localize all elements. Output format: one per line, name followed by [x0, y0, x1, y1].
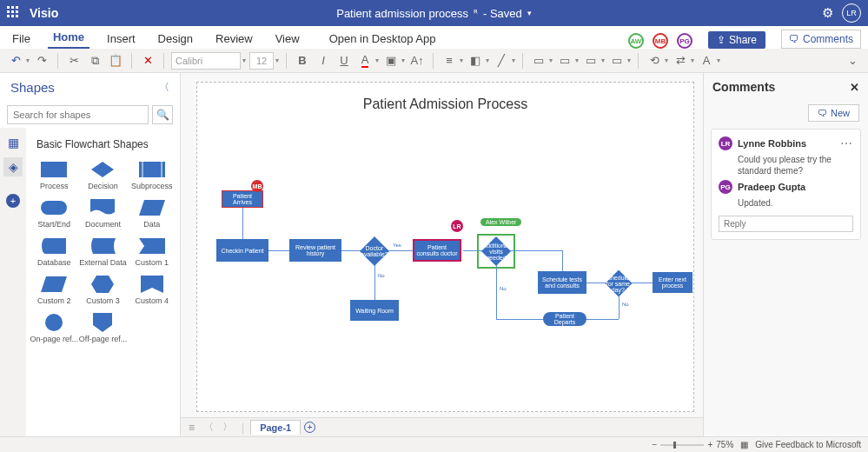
stencil-icon[interactable]: ▦ — [3, 133, 23, 152]
italic-icon[interactable]: I — [315, 52, 332, 70]
node-same-day[interactable]: Scheduled for same day? — [605, 269, 632, 296]
rotate-icon[interactable]: ⟲ — [646, 52, 663, 70]
badge-mb[interactable]: MB — [251, 180, 263, 192]
add-stencil-icon[interactable]: + — [6, 194, 20, 208]
svg-marker-10 — [91, 276, 114, 293]
shapes-grid: Process Decision Subprocess Start/End Do… — [30, 157, 176, 347]
font-select[interactable] — [171, 52, 241, 70]
node-checkin[interactable]: Checkin Patient — [216, 239, 268, 262]
redo-icon[interactable]: ↷ — [33, 52, 50, 70]
line-icon[interactable]: ╱ — [493, 52, 510, 70]
presence-avatar[interactable]: MB — [653, 33, 668, 49]
comment-thread[interactable]: ⋯ LR Lynne Robbins Could you please try … — [711, 129, 861, 240]
bold-icon[interactable]: B — [294, 52, 311, 70]
user-avatar[interactable]: LR — [842, 3, 861, 23]
node-doctor-available[interactable]: Doctor available? — [360, 236, 389, 266]
shape-custom2[interactable]: Custom 2 — [30, 272, 78, 309]
group-icon[interactable]: ▭ — [582, 52, 600, 70]
app-launcher-icon[interactable] — [7, 6, 21, 20]
node-patient-arrives[interactable]: Patient Arrives — [222, 190, 263, 208]
underline-icon[interactable]: U — [335, 52, 353, 70]
presence-avatar[interactable]: PG — [677, 33, 692, 49]
tabs-first-icon[interactable]: ≡ — [186, 422, 197, 434]
align-icon[interactable]: ≡ — [441, 52, 458, 70]
comments-button[interactable]: 🗨Comments — [781, 30, 861, 49]
zoom-slider[interactable] — [660, 444, 704, 446]
text-icon[interactable]: A — [698, 52, 715, 70]
document-title[interactable]: Patient admission process ᴿ - Saved ▾ — [336, 7, 532, 20]
search-button[interactable]: 🔍 — [152, 105, 173, 124]
node-review[interactable]: Review patient history — [289, 239, 341, 262]
shape-custom3[interactable]: Custom 3 — [78, 272, 127, 309]
badge-lr[interactable]: LR — [451, 220, 463, 232]
shape-subprocess[interactable]: Subprocess — [128, 157, 176, 194]
node-consult[interactable]: Patient consults doctor — [413, 239, 461, 262]
shape-decision[interactable]: Decision — [78, 157, 127, 194]
add-page-icon[interactable]: + — [304, 422, 315, 433]
tab-design[interactable]: Design — [153, 29, 198, 49]
undo-icon[interactable]: ↶ — [7, 52, 24, 70]
node-schedule[interactable]: Schedule tests and consults — [538, 271, 586, 294]
drawing-canvas[interactable]: Patient Admission Process Patient Arrive… — [196, 82, 694, 412]
grow-font-icon[interactable]: A↑ — [408, 52, 426, 70]
shape-externaldata[interactable]: External Data — [78, 234, 127, 270]
chevron-down-icon[interactable]: ⌄ — [844, 52, 861, 70]
tab-insert[interactable]: Insert — [102, 29, 141, 49]
tab-review[interactable]: Review — [210, 29, 258, 49]
connector-icon[interactable]: ⇄ — [672, 52, 689, 70]
chevron-down-icon[interactable]: ▾ — [527, 9, 532, 17]
shape-database[interactable]: Database — [30, 234, 78, 270]
node-next-process[interactable]: Enter next process — [653, 272, 692, 293]
shape-document[interactable]: Document — [78, 196, 127, 232]
font-color-icon[interactable]: A — [356, 52, 374, 70]
svg-marker-13 — [93, 313, 112, 332]
shape-process[interactable]: Process — [30, 157, 78, 194]
shape-onpageref[interactable]: On-page ref... — [30, 310, 78, 347]
fit-page-icon[interactable]: ▦ — [740, 440, 748, 449]
reply-input[interactable] — [719, 216, 853, 232]
node-departs[interactable]: Patient Departs — [543, 312, 586, 326]
comments-title: Comments — [712, 80, 775, 94]
shape-data[interactable]: Data — [128, 196, 176, 232]
zoom-out-icon[interactable]: − — [653, 440, 658, 449]
tab-file[interactable]: File — [7, 29, 36, 49]
collapse-icon[interactable]: 〈 — [159, 80, 169, 95]
paste-icon[interactable]: 📋 — [107, 52, 124, 70]
arrange-icon[interactable]: ▭ — [530, 52, 547, 70]
canvas-area[interactable]: Patient Admission Process Patient Arrive… — [181, 73, 703, 436]
gear-icon[interactable]: ⚙ — [822, 5, 833, 21]
tabs-next-icon[interactable]: 〉 — [220, 420, 235, 435]
connector — [268, 250, 289, 251]
stencil-icon[interactable]: ◈ — [3, 157, 23, 176]
page-tab[interactable]: Page-1 — [250, 420, 301, 435]
copy-icon[interactable]: ⧉ — [86, 52, 103, 70]
font-size[interactable] — [249, 52, 274, 70]
comment-icon: 🗨 — [818, 108, 827, 118]
zoom-in-icon[interactable]: + — [707, 440, 712, 449]
tab-home[interactable]: Home — [48, 27, 89, 49]
badge-aw[interactable]: Alex Wilber — [480, 218, 521, 226]
node-waiting[interactable]: Waiting Room — [350, 300, 399, 321]
more-icon[interactable]: ⋯ — [840, 136, 853, 150]
tabs-prev-icon[interactable]: 〈 — [201, 420, 216, 435]
delete-icon[interactable]: ✕ — [139, 52, 156, 70]
open-desktop-link[interactable]: Open in Desktop App — [324, 29, 441, 49]
cut-icon[interactable]: ✂ — [65, 52, 83, 70]
fill-icon[interactable]: ◧ — [467, 52, 484, 70]
presence-avatar[interactable]: AW — [628, 33, 644, 49]
shape-startend[interactable]: Start/End — [30, 196, 78, 232]
highlight-icon[interactable]: ▣ — [382, 52, 400, 70]
shape-offpageref[interactable]: Off-page ref... — [78, 310, 127, 347]
zoom-level[interactable]: 75% — [716, 440, 733, 449]
share-button[interactable]: ⇪Share — [708, 31, 765, 49]
ribbon-toolbar: ↶▾ ↷ ✂ ⧉ 📋 ✕ ▾ ▾ B I U A▾ ▣▾ A↑ ≡▾ ◧▾ ╱▾… — [0, 49, 868, 73]
position-icon[interactable]: ▭ — [556, 52, 573, 70]
tab-view[interactable]: View — [270, 29, 305, 49]
close-icon[interactable]: ✕ — [850, 81, 859, 94]
bring-front-icon[interactable]: ▭ — [608, 52, 626, 70]
shape-custom4[interactable]: Custom 4 — [128, 272, 176, 309]
search-input[interactable] — [7, 105, 149, 124]
feedback-link[interactable]: Give Feedback to Microsoft — [755, 440, 861, 449]
shape-custom1[interactable]: Custom 1 — [128, 234, 176, 270]
new-comment-button[interactable]: 🗨New — [808, 104, 859, 122]
